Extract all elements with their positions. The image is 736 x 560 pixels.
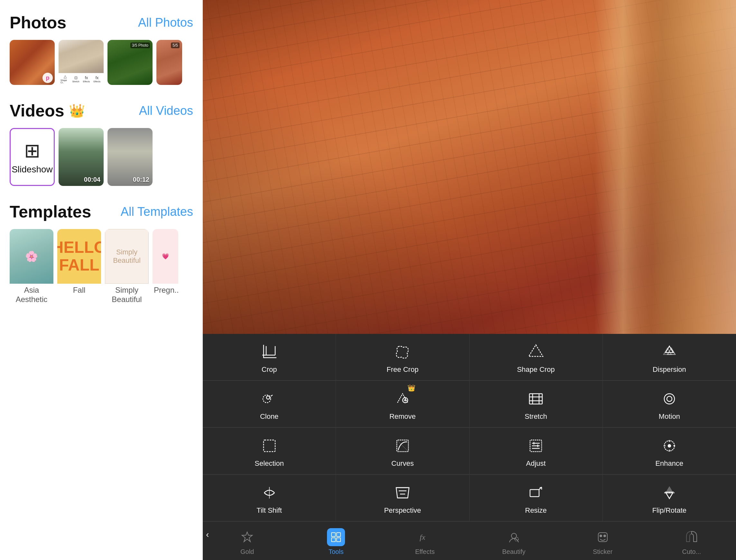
nav-tools[interactable]: Tools bbox=[291, 527, 381, 557]
effects-nav-icon: fx bbox=[416, 528, 434, 546]
templates-title: Templates bbox=[10, 202, 91, 221]
photo-count-badge-4: 5/5 bbox=[171, 42, 179, 48]
enhance-label: Enhance bbox=[655, 459, 683, 468]
svg-point-7 bbox=[266, 396, 270, 399]
svg-point-52 bbox=[600, 535, 602, 537]
videos-crown-icon: 👑 bbox=[69, 103, 85, 118]
tool-enhance[interactable]: Enhance bbox=[603, 428, 736, 474]
photo-overlay-toolbar: △Shape Cr.. ⊡Stretch fxEffects fxEffects bbox=[59, 73, 104, 85]
resize-icon bbox=[526, 482, 546, 503]
photo-count-badge-3: 3/5 Photo bbox=[130, 42, 150, 48]
clone-icon bbox=[259, 389, 280, 409]
svg-rect-44 bbox=[331, 533, 335, 537]
tool-clone[interactable]: Clone bbox=[203, 381, 336, 427]
tool-crop[interactable]: Crop bbox=[203, 334, 336, 380]
nav-cutout[interactable]: Cuto... bbox=[647, 527, 736, 557]
tool-stretch[interactable]: Stretch bbox=[470, 381, 603, 427]
right-panel: Crop Free Crop Shape Crop bbox=[203, 0, 736, 560]
slideshow-icon: ⊞ bbox=[24, 139, 40, 162]
beautify-nav-label: Beautify bbox=[502, 548, 525, 555]
tool-perspective[interactable]: Perspective bbox=[336, 475, 469, 521]
tool-curves[interactable]: Curves bbox=[336, 428, 469, 474]
video-thumb-houses[interactable]: 00:12 bbox=[107, 128, 152, 186]
tool-remove[interactable]: 👑 Remove bbox=[336, 381, 469, 427]
nav-sticker[interactable]: Sticker bbox=[558, 527, 647, 557]
perspective-label: Perspective bbox=[384, 506, 421, 515]
tool-adjust[interactable]: Adjust bbox=[470, 428, 603, 474]
tool-flip-rotate[interactable]: Flip/Rotate bbox=[603, 475, 736, 521]
tool-motion[interactable]: Motion bbox=[603, 381, 736, 427]
template-asia[interactable]: 🌸 Asia Aesthetic bbox=[10, 229, 53, 306]
bottom-nav: ‹ Gold Tools fx bbox=[203, 521, 736, 560]
tool-resize[interactable]: Resize bbox=[470, 475, 603, 521]
templates-section: Templates All Templates 🌸 Asia Aesthetic… bbox=[10, 202, 193, 306]
free-crop-label: Free Crop bbox=[387, 365, 419, 374]
video-thumb-forest[interactable]: 00:04 bbox=[59, 128, 104, 186]
tool-dispersion[interactable]: Dispersion bbox=[603, 334, 736, 380]
svg-marker-34 bbox=[396, 488, 409, 498]
motion-label: Motion bbox=[659, 412, 680, 421]
tool-tilt-shift[interactable]: Tilt Shift bbox=[203, 475, 336, 521]
photos-grid: p △Shape Cr.. ⊡Stretch fxEffects fxEffec… bbox=[10, 40, 193, 85]
svg-point-18 bbox=[667, 396, 672, 401]
left-panel: Photos All Photos p △Shape Cr.. ⊡Stretch… bbox=[0, 0, 203, 560]
back-arrow[interactable]: ‹ bbox=[203, 527, 212, 542]
tool-shape-crop[interactable]: Shape Crop bbox=[470, 334, 603, 380]
free-crop-icon bbox=[392, 342, 413, 362]
perspective-icon bbox=[392, 482, 413, 503]
tool-free-crop[interactable]: Free Crop bbox=[336, 334, 469, 380]
svg-rect-45 bbox=[336, 533, 340, 537]
template-fall[interactable]: HELLOFALL Fall bbox=[57, 229, 101, 306]
nav-effects[interactable]: fx Effects bbox=[381, 527, 469, 557]
clone-label: Clone bbox=[260, 412, 278, 421]
template-fall-label: Fall bbox=[57, 284, 101, 297]
motion-icon bbox=[659, 389, 680, 409]
template-preg[interactable]: 💗 Pregn... bbox=[152, 229, 178, 306]
nav-gold[interactable]: Gold bbox=[203, 527, 291, 557]
flip-rotate-icon bbox=[659, 482, 680, 503]
slideshow-card[interactable]: ⊞ Slideshow bbox=[10, 128, 55, 186]
template-asia-label: Asia Aesthetic bbox=[10, 284, 53, 306]
svg-point-49 bbox=[511, 533, 517, 538]
sticker-nav-label: Sticker bbox=[593, 548, 612, 555]
svg-line-8 bbox=[271, 395, 272, 396]
video-duration-2: 00:12 bbox=[133, 176, 149, 183]
curves-icon bbox=[392, 436, 413, 456]
sticker-nav-icon bbox=[594, 528, 612, 546]
tool-selection[interactable]: Selection bbox=[203, 428, 336, 474]
shape-crop-label: Shape Crop bbox=[517, 365, 555, 374]
enhance-icon bbox=[659, 436, 680, 456]
tools-row-2: Clone 👑 Remove bbox=[203, 381, 736, 427]
all-templates-link[interactable]: All Templates bbox=[121, 205, 193, 219]
remove-crown-icon: 👑 bbox=[408, 384, 416, 392]
photo-thumb-3[interactable]: 3/5 Photo bbox=[107, 40, 152, 85]
adjust-label: Adjust bbox=[526, 459, 546, 468]
tools-row-4: Tilt Shift Perspective bbox=[203, 475, 736, 521]
selection-label: Selection bbox=[254, 459, 284, 468]
photos-title: Photos bbox=[10, 13, 66, 32]
photo-thumb-4[interactable]: 5/5 bbox=[156, 40, 182, 85]
all-photos-link[interactable]: All Photos bbox=[138, 16, 193, 30]
tools-nav-label: Tools bbox=[328, 548, 344, 555]
videos-section-header: Videos 👑 All Videos bbox=[10, 101, 193, 120]
nav-beautify[interactable]: Beautify bbox=[470, 527, 558, 557]
template-simply[interactable]: SimplyBeautiful Simply Beautiful bbox=[105, 229, 149, 306]
photo-thumb-2[interactable]: △Shape Cr.. ⊡Stretch fxEffects fxEffects bbox=[59, 40, 104, 85]
curves-label: Curves bbox=[391, 459, 414, 468]
tilt-shift-icon bbox=[259, 482, 280, 503]
templates-section-header: Templates All Templates bbox=[10, 202, 193, 221]
photo-thumb-1[interactable]: p bbox=[10, 40, 55, 85]
template-simply-label: Simply Beautiful bbox=[105, 284, 149, 306]
all-videos-link[interactable]: All Videos bbox=[139, 104, 193, 118]
photo-display bbox=[203, 0, 736, 334]
tools-nav-icon bbox=[327, 528, 345, 546]
tools-row-3: Selection Curves bbox=[203, 428, 736, 474]
template-preg-label: Pregn... bbox=[152, 284, 178, 297]
resize-label: Resize bbox=[525, 506, 547, 515]
crop-label: Crop bbox=[262, 365, 277, 374]
shape-crop-icon bbox=[526, 342, 546, 362]
tools-panel: Crop Free Crop Shape Crop bbox=[203, 334, 736, 521]
svg-point-53 bbox=[604, 535, 606, 537]
picsart-logo: p bbox=[42, 73, 53, 83]
videos-section: Videos 👑 All Videos ⊞ Slideshow 00:04 00… bbox=[10, 101, 193, 186]
